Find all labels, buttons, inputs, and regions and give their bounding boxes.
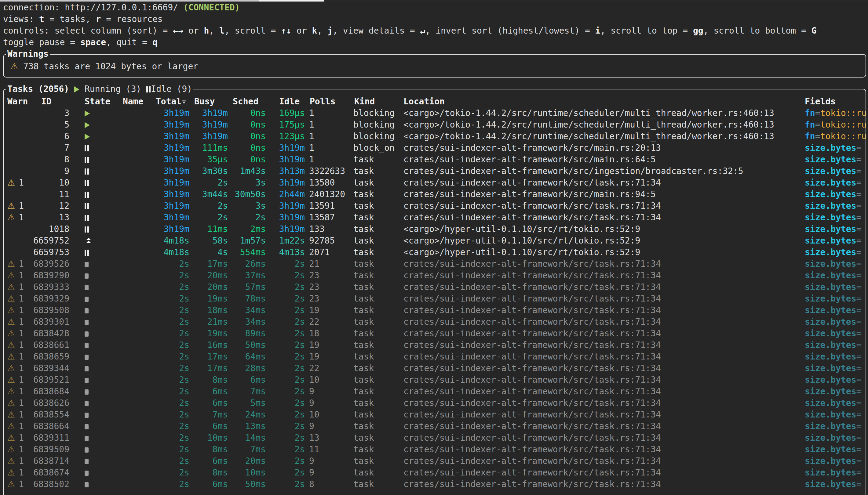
task-row[interactable]: ⚠ 5 3h19m 3h19m 0ns 175µs 1 blocking <ca… <box>0 119 868 131</box>
task-id-cell: 6839526 <box>28 258 69 270</box>
task-row[interactable]: ⚠ 9 3h19m 3m30s 1m43s 3h13m 3322633 task… <box>0 166 868 177</box>
column-header-idle[interactable]: Idle <box>279 96 300 107</box>
location-cell: crates/sui-indexer-alt-framework/src/tas… <box>403 444 798 455</box>
kind-cell: task <box>353 397 403 409</box>
sched-duration-cell: 28ms <box>230 362 266 374</box>
task-row[interactable]: ⚠ 6659753 4m18s 4s 554ms 4m13s 2071 task… <box>0 246 868 258</box>
stopped-icon <box>85 355 88 360</box>
location-cell: <cargo>/hyper-util-0.1.10/src/rt/tokio.r… <box>403 223 798 235</box>
busy-duration-cell: 2s <box>192 177 228 189</box>
column-header-location[interactable]: Location <box>403 96 445 107</box>
fields-cell: size.bytes= <box>805 200 866 212</box>
task-row[interactable]: ⚠ 1 6838714 2s 6ms 20ms 2s 9 task crates… <box>0 455 868 467</box>
task-row[interactable]: ⚠ 1 6839521 2s 8ms 6ms 2s 10 task crates… <box>0 374 868 386</box>
column-header-total-sorted[interactable]: Total <box>156 96 181 107</box>
task-row[interactable]: ⚠ 1 6839290 2s 20ms 37ms 2s 23 task crat… <box>0 270 868 281</box>
task-row[interactable]: ⚠ 1 6838554 2s 7ms 24ms 2s 10 task crate… <box>0 409 868 421</box>
task-row[interactable]: ⚠ 6659752 4m18s 58s 1m57s 1m22s 92785 ta… <box>0 235 868 246</box>
task-row[interactable]: ⚠ 1 6838664 2s 6ms 13ms 2s 9 task crates… <box>0 421 868 432</box>
column-header-state[interactable]: State <box>85 96 110 107</box>
location-cell: crates/sui-indexer-alt-framework/src/tas… <box>403 432 798 444</box>
task-row[interactable]: ⚠ 1 6839329 2s 19ms 78ms 2s 23 task crat… <box>0 293 868 305</box>
column-header-name[interactable]: Name <box>123 96 143 107</box>
task-row[interactable]: ⚠ 1 12 3h19m 2s 3s 3h19m 13591 task crat… <box>0 200 868 212</box>
task-row[interactable]: ⚠ 1 6838674 2s 8ms 10ms 2s 9 task crates… <box>0 467 868 479</box>
task-row[interactable]: ⚠ 11 3h19m 3m44s 30m50s 2h44m 2401320 ta… <box>0 189 868 200</box>
idle-duration-cell: 1m22s <box>268 235 305 246</box>
fields-cell: size.bytes= <box>805 467 866 479</box>
task-row[interactable]: ⚠ 1 6839344 2s 17ms 28ms 2s 22 task crat… <box>0 362 868 374</box>
polls-cell: 133 <box>309 223 352 235</box>
idle-duration-cell: 2s <box>268 409 305 421</box>
state-cell <box>85 142 103 154</box>
polls-cell: 8 <box>309 479 352 490</box>
warn-count-cell: 1 <box>16 386 24 397</box>
task-row[interactable]: ⚠ 1 6838428 2s 19ms 89ms 2s 18 task crat… <box>0 328 868 339</box>
stopped-icon <box>85 436 88 441</box>
task-row[interactable]: ⚠ 1 10 3h19m 2s 3s 3h19m 13580 task crat… <box>0 177 868 189</box>
task-row[interactable]: ⚠ 6 3h19m 3h19m 0ns 123µs 1 blocking <ca… <box>0 131 868 142</box>
total-duration-cell: 3h19m <box>151 177 189 189</box>
paused-icon <box>85 157 86 163</box>
idle-duration-cell: 169µs <box>268 107 305 119</box>
task-id-cell: 12 <box>28 200 69 212</box>
fields-cell: size.bytes= <box>805 189 866 200</box>
fields-cell: size.bytes= <box>805 409 866 421</box>
state-cell <box>85 281 103 293</box>
column-header-busy[interactable]: Busy <box>194 96 215 107</box>
column-header-kind[interactable]: Kind <box>354 96 375 107</box>
task-row[interactable]: ⚠ 1 6839311 2s 10ms 14ms 2s 13 task crat… <box>0 432 868 444</box>
location-cell: crates/sui-indexer-alt-framework/src/tas… <box>403 386 798 397</box>
task-row[interactable]: ⚠ 8 3h19m 35µs 0ns 3h19m 1 task crates/s… <box>0 154 868 166</box>
task-row[interactable]: ⚠ 1 6839301 2s 21ms 34ms 2s 22 task crat… <box>0 316 868 328</box>
warn-triangle-icon: ⚠ <box>7 339 16 351</box>
busy-duration-cell: 58s <box>192 235 228 246</box>
total-duration-cell: 2s <box>151 270 189 281</box>
busy-duration-cell: 21ms <box>192 316 228 328</box>
task-row[interactable]: ⚠ 1 13 3h19m 2s 2s 3h19m 13587 task crat… <box>0 212 868 223</box>
column-header-warn[interactable]: Warn <box>7 96 28 107</box>
state-cell <box>85 479 103 490</box>
warn-count-cell: 1 <box>16 444 24 455</box>
kind-cell: blocking <box>353 119 403 131</box>
task-row[interactable]: ⚠ 1 6839508 2s 18ms 34ms 2s 19 task crat… <box>0 305 868 316</box>
idle-duration-cell: 4m13s <box>268 246 305 258</box>
kind-cell: task <box>353 166 403 177</box>
kind-cell: task <box>353 479 403 490</box>
kind-cell: task <box>353 455 403 467</box>
location-cell: crates/sui-indexer-alt-framework/src/tas… <box>403 362 798 374</box>
total-duration-cell: 2s <box>151 421 189 432</box>
column-header-polls[interactable]: Polls <box>310 96 335 107</box>
idle-duration-cell: 2s <box>268 397 305 409</box>
column-header-fields[interactable]: Fields <box>805 96 836 107</box>
task-row[interactable]: ⚠ 1 6839509 2s 8ms 7ms 2s 11 task crates… <box>0 444 868 455</box>
polls-cell: 13591 <box>309 200 352 212</box>
polls-cell: 23 <box>309 281 352 293</box>
task-row[interactable]: ⚠ 1 6838626 2s 6ms 5ms 2s 9 task crates/… <box>0 397 868 409</box>
polls-cell: 22 <box>309 316 352 328</box>
task-row[interactable]: ⚠ 3 3h19m 3h19m 0ns 169µs 1 blocking <ca… <box>0 107 868 119</box>
state-cell <box>85 177 103 189</box>
task-row[interactable]: ⚠ 1 6838684 2s 6ms 7ms 2s 9 task crates/… <box>0 386 868 397</box>
task-row[interactable]: ⚠ 1 6838502 2s 6ms 50ms 2s 8 task crates… <box>0 479 868 490</box>
stopped-icon <box>85 482 88 488</box>
task-row[interactable]: ⚠ 7 3h19m 111ms 0ns 3h19m 1 block_on cra… <box>0 142 868 154</box>
task-row[interactable]: ⚠ 1 6839526 2s 17ms 26ms 2s 21 task crat… <box>0 258 868 270</box>
state-cell <box>85 270 103 281</box>
location-cell: crates/sui-indexer-alt-framework/src/mai… <box>403 189 798 200</box>
task-row[interactable]: ⚠ 1 6838659 2s 17ms 64ms 2s 19 task crat… <box>0 351 868 362</box>
sched-duration-cell: 13ms <box>230 421 266 432</box>
task-row[interactable]: ⚠ 1018 3h19m 11ms 2ms 3h19m 133 task <ca… <box>0 223 868 235</box>
busy-duration-cell: 2s <box>192 200 228 212</box>
column-header-id[interactable]: ID <box>41 96 52 107</box>
kind-cell: task <box>353 432 403 444</box>
warn-count-cell: 1 <box>16 432 24 444</box>
column-header-sched[interactable]: Sched <box>233 96 258 107</box>
fields-cell: size.bytes= <box>805 455 866 467</box>
task-id-cell: 6839333 <box>28 281 69 293</box>
warnings-panel-title: Warnings <box>6 48 50 60</box>
state-cell <box>85 386 103 397</box>
task-row[interactable]: ⚠ 1 6839333 2s 20ms 57ms 2s 23 task crat… <box>0 281 868 293</box>
task-row[interactable]: ⚠ 1 6838661 2s 16ms 50ms 2s 19 task crat… <box>0 339 868 351</box>
total-duration-cell: 2s <box>151 467 189 479</box>
